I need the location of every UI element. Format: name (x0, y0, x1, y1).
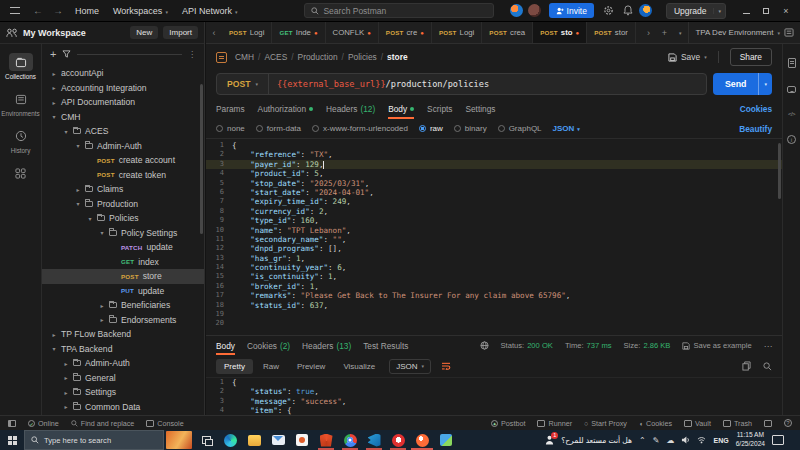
code-line[interactable]: 8 "currency_id": 2, (206, 207, 782, 216)
trash-button[interactable]: Trash (723, 419, 752, 428)
taskbar-search-input[interactable]: Type here to search (24, 430, 164, 450)
scroll-tabs-right-icon[interactable]: › (640, 22, 656, 43)
vault-button[interactable]: Vault (684, 419, 711, 428)
tree-item-accounting-integration[interactable]: ▸Accounting Integration (42, 81, 204, 96)
chevron-down-icon[interactable]: ▾ (704, 54, 707, 60)
taskbar-app-chrome[interactable] (338, 430, 362, 450)
settings-gear-icon[interactable] (603, 5, 614, 16)
nav-api-network[interactable]: API Network▾ (182, 6, 238, 16)
upgrade-button[interactable]: Upgrade ▾ (666, 3, 726, 19)
chevron-right-icon[interactable]: ▸ (62, 403, 70, 410)
minimize-button[interactable] (736, 6, 756, 16)
code-line[interactable]: 19 (206, 310, 782, 319)
tree-item-api-documentation[interactable]: ▸API Documentation (42, 95, 204, 110)
share-button[interactable]: Share (730, 48, 772, 66)
collaborator-avatar[interactable] (510, 4, 523, 17)
chevron-down-icon[interactable]: ▾ (98, 229, 106, 236)
body-mode-graphql[interactable]: GraphQL (498, 124, 542, 133)
chevron-right-icon[interactable]: ▸ (74, 186, 82, 193)
environment-quick-look-icon[interactable] (784, 28, 794, 37)
tree-item-claims[interactable]: ▸Claims (42, 182, 204, 197)
tree-request-store[interactable]: POSTstore (42, 269, 204, 284)
breadcrumb-item[interactable]: CMH (235, 52, 254, 62)
request-tab-params[interactable]: Params (216, 98, 245, 119)
tree-scrollbar[interactable] (200, 84, 203, 234)
chevron-right-icon[interactable]: ▸ (50, 331, 58, 338)
view-mode-pretty[interactable]: Pretty (216, 359, 253, 374)
tab-options-icon[interactable]: ▾ (672, 22, 688, 43)
search-response-icon[interactable] (763, 362, 772, 371)
close-button[interactable]: × (776, 6, 796, 16)
code-line[interactable]: 16 "broker_id": 1, (206, 282, 782, 291)
rail-item-collections[interactable]: Collections (1, 50, 41, 83)
response-status[interactable]: Status:200 OK (501, 341, 553, 350)
console-button[interactable]: Console (146, 419, 183, 428)
response-tab-headers[interactable]: Headers(13) (302, 336, 351, 355)
body-mode-form-data[interactable]: form-data (256, 124, 301, 133)
code-line[interactable]: 4 "product_id": 5, (206, 169, 782, 178)
tree-item-admin-auth[interactable]: ▸Admin-Auth (42, 356, 204, 371)
forward-icon[interactable]: → (53, 5, 63, 16)
cookies-button[interactable]: ◖Cookies (639, 419, 672, 428)
network-tray-icon[interactable] (697, 436, 706, 444)
url-input[interactable]: {{external_base_url}}/production/policie… (269, 79, 489, 89)
chevron-right-icon[interactable]: ▸ (62, 360, 70, 367)
code-line[interactable]: 6 "start_date": "2024-04-01", (206, 188, 782, 197)
code-line[interactable]: 17 "remarks": "Please Get Back to The In… (206, 291, 782, 300)
back-icon[interactable]: ← (33, 5, 43, 16)
user-avatar[interactable] (639, 4, 652, 17)
more-options-icon[interactable]: ⋮ (188, 50, 196, 59)
cloud-tray-icon[interactable]: ☁ (666, 436, 674, 445)
chevron-down-icon[interactable]: ▾ (74, 200, 82, 207)
code-line[interactable]: 15 "is_continuity": 1, (206, 272, 782, 281)
rail-item-flows[interactable] (1, 161, 41, 185)
code-line[interactable]: 18 "status_id": 637, (206, 301, 782, 310)
show-hidden-icons-chevron[interactable]: ⌃ (639, 436, 646, 445)
action-center-icon[interactable] (772, 435, 784, 445)
rail-item-environments[interactable]: Environments (1, 87, 41, 120)
new-tab-button[interactable]: + (656, 22, 672, 43)
save-button[interactable]: Save ▾ (668, 52, 707, 62)
chevron-down-icon[interactable]: ▾ (86, 215, 94, 222)
tree-request-create-token[interactable]: POSTcreate token (42, 168, 204, 183)
pen-tray-icon[interactable]: ✎ (653, 436, 660, 445)
info-icon[interactable]: i (787, 135, 796, 144)
code-line[interactable]: 11 "secondary_name": "", (206, 235, 782, 244)
code-line[interactable]: 7 "expiry_time_id": 249, (206, 197, 782, 206)
tree-request-update[interactable]: PUTupdate (42, 284, 204, 299)
code-line[interactable]: 1{ (206, 141, 782, 150)
method-select[interactable]: POST ▾ (217, 74, 269, 94)
tree-item-cmh[interactable]: ▾CMH (42, 110, 204, 125)
request-tab-authorization[interactable]: Authorization (258, 98, 313, 119)
new-button[interactable]: New (130, 26, 158, 39)
request-tab-settings[interactable]: Settings (465, 98, 495, 119)
taskbar-app-brave[interactable] (314, 430, 338, 450)
response-body-viewer[interactable]: 1{2 "status": true,3 "message": "success… (206, 377, 782, 415)
volume-tray-icon[interactable] (681, 436, 690, 444)
desktop-thumbnail[interactable] (166, 431, 192, 449)
response-time[interactable]: Time:737 ms (565, 341, 612, 350)
code-line[interactable]: 3 "message": "success", (206, 397, 782, 406)
breadcrumb-item[interactable]: ACES (264, 52, 287, 62)
response-size[interactable]: Size:2.86 KB (624, 341, 671, 350)
request-tab-body[interactable]: Body (388, 98, 414, 119)
body-mode-binary[interactable]: binary (454, 124, 487, 133)
chevron-down-icon[interactable]: ▾ (50, 113, 58, 120)
beautify-link[interactable]: Beautify (739, 124, 772, 134)
menu-icon[interactable] (10, 7, 20, 14)
breadcrumb-item[interactable]: Production (298, 52, 338, 62)
runner-button[interactable]: Runner (537, 419, 572, 428)
taskbar-clock[interactable]: 11:15 AM 6/25/2024 (736, 431, 765, 449)
code-line[interactable]: 10 "name": "TPT Lebanon", (206, 226, 782, 235)
response-more-icon[interactable]: ⋯ (764, 341, 772, 351)
copy-icon[interactable] (742, 361, 751, 371)
tree-item-policies[interactable]: ▾Policies (42, 211, 204, 226)
code-line[interactable]: 5 "stop_date": "2025/03/31", (206, 179, 782, 188)
tray-news-text[interactable]: هل أنت مستعد للمرح؟ (561, 436, 632, 445)
panel-layout-icon[interactable] (764, 420, 772, 427)
response-tab-body[interactable]: Body (216, 336, 235, 355)
chevron-right-icon[interactable]: ▸ (62, 374, 70, 381)
code-snippet-icon[interactable]: </> (788, 111, 795, 117)
chevron-right-icon[interactable]: ▸ (98, 302, 106, 309)
taskbar-app-tele[interactable] (386, 430, 410, 450)
